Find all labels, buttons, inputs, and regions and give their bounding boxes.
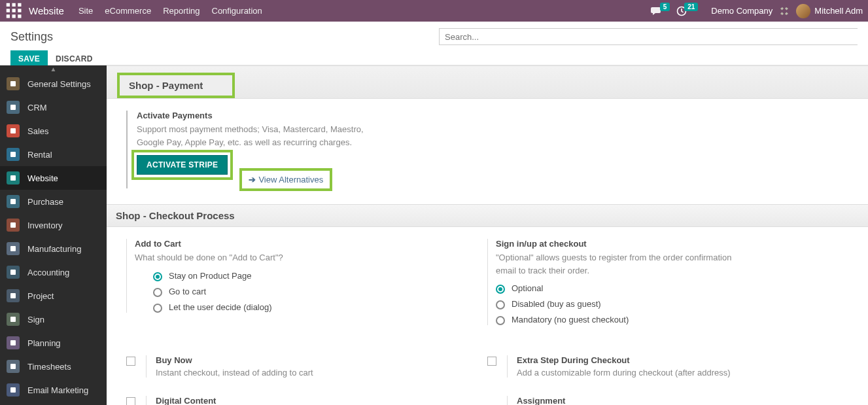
activate-payments-title: Activate Payments bbox=[137, 111, 829, 120]
svg-rect-15 bbox=[10, 199, 16, 204]
company-selector[interactable]: Demo Company bbox=[711, 6, 773, 16]
nav-ecommerce[interactable]: eCommerce bbox=[105, 6, 151, 16]
module-icon bbox=[7, 101, 20, 114]
activities-badge: 21 bbox=[684, 3, 698, 11]
buy-now-checkbox[interactable] bbox=[126, 357, 135, 366]
module-icon bbox=[7, 242, 20, 255]
radio-icon bbox=[153, 304, 162, 313]
sidebar-item-planning[interactable]: Planning bbox=[0, 331, 107, 355]
user-menu[interactable]: Mitchell Adm bbox=[796, 4, 863, 18]
module-icon bbox=[7, 195, 20, 208]
user-name: Mitchell Adm bbox=[814, 6, 863, 16]
sidebar-item-label: CRM bbox=[27, 103, 47, 113]
sidebar-item-timesheets[interactable]: Timesheets bbox=[0, 355, 107, 378]
svg-rect-22 bbox=[10, 364, 16, 369]
svg-rect-2 bbox=[18, 3, 21, 6]
discard-button[interactable]: DISCARD bbox=[56, 54, 93, 63]
signin-option[interactable]: Disabled (buy as guest) bbox=[496, 299, 829, 309]
settings-content: Shop - Payment Activate Payments Support… bbox=[107, 65, 868, 405]
sidebar-item-label: Rental bbox=[27, 150, 52, 160]
radio-icon bbox=[496, 316, 505, 325]
sidebar-item-email-marketing[interactable]: Email Marketing bbox=[0, 378, 107, 402]
svg-rect-4 bbox=[12, 9, 16, 12]
sidebar-item-purchase[interactable]: Purchase bbox=[0, 190, 107, 213]
extra-step-checkbox[interactable] bbox=[487, 357, 496, 366]
add-to-cart-title: Add to Cart bbox=[135, 239, 468, 249]
apps-icon[interactable] bbox=[5, 2, 24, 20]
svg-rect-12 bbox=[10, 128, 16, 133]
sidebar-item-label: Planning bbox=[27, 338, 61, 348]
sidebar-item-crm[interactable]: CRM bbox=[0, 96, 107, 119]
sidebar-item-label: Project bbox=[27, 291, 54, 301]
signin-checkout-desc: "Optional" allows guests to register fro… bbox=[496, 251, 738, 277]
radio-icon bbox=[153, 288, 162, 297]
buy-now-desc: Instant checkout, instead of adding to c… bbox=[156, 368, 474, 378]
sidebar-item-project[interactable]: Project bbox=[0, 284, 107, 308]
settings-sidebar: ▲ General SettingsCRMSalesRentalWebsiteP… bbox=[0, 65, 107, 405]
signin-option[interactable]: Mandatory (no guest checkout) bbox=[496, 315, 829, 325]
debug-icon[interactable] bbox=[779, 6, 790, 16]
add-to-cart-option[interactable]: Stay on Product Page bbox=[153, 271, 468, 281]
sidebar-item-general-settings[interactable]: General Settings bbox=[0, 72, 107, 96]
sidebar-item-label: Email Marketing bbox=[27, 385, 88, 395]
svg-rect-16 bbox=[10, 222, 16, 228]
svg-rect-8 bbox=[18, 14, 21, 18]
add-to-cart-option[interactable]: Let the user decide (dialog) bbox=[153, 302, 468, 313]
radio-icon bbox=[496, 285, 505, 294]
nav-configuration[interactable]: Configuration bbox=[212, 6, 262, 16]
nav-site[interactable]: Site bbox=[78, 6, 93, 16]
sidebar-item-rental[interactable]: Rental bbox=[0, 143, 107, 166]
avatar bbox=[796, 4, 810, 18]
module-icon bbox=[7, 313, 20, 326]
sidebar-item-accounting[interactable]: Accounting bbox=[0, 260, 107, 284]
chevron-up-icon[interactable]: ▲ bbox=[50, 65, 57, 73]
svg-rect-18 bbox=[10, 270, 16, 275]
add-to-cart-desc: What should be done on "Add to Cart"? bbox=[135, 251, 377, 264]
sidebar-item-label: Manufacturing bbox=[27, 244, 81, 254]
radio-icon bbox=[496, 300, 505, 309]
section-checkout-process: Shop - Checkout Process bbox=[107, 204, 868, 227]
signin-option[interactable]: Optional bbox=[496, 283, 829, 294]
activate-payments-desc: Support most payment methods; Visa, Mast… bbox=[137, 123, 379, 149]
digital-content-title: Digital Content bbox=[156, 396, 474, 405]
messages-badge: 5 bbox=[660, 3, 670, 11]
svg-rect-0 bbox=[7, 3, 10, 6]
signin-checkout-title: Sign in/up at checkout bbox=[496, 239, 829, 249]
buy-now-title: Buy Now bbox=[156, 355, 474, 365]
activate-stripe-button[interactable]: ACTIVATE STRIPE bbox=[137, 155, 228, 175]
brand[interactable]: Website bbox=[26, 5, 67, 16]
module-icon bbox=[7, 219, 20, 232]
sidebar-item-events[interactable]: Events bbox=[0, 402, 107, 405]
svg-rect-5 bbox=[18, 9, 21, 12]
svg-rect-13 bbox=[10, 152, 16, 157]
search-input[interactable] bbox=[439, 28, 858, 45]
extra-step-desc: Add a customizable form during checkout … bbox=[517, 368, 835, 378]
svg-rect-14 bbox=[10, 175, 16, 181]
page-title: Settings bbox=[10, 30, 53, 44]
nav-reporting[interactable]: Reporting bbox=[163, 6, 200, 16]
module-icon bbox=[7, 266, 20, 279]
module-icon bbox=[7, 171, 20, 185]
sidebar-item-label: Website bbox=[27, 173, 58, 183]
activities-icon[interactable]: 21 bbox=[676, 6, 698, 16]
sidebar-item-label: Inventory bbox=[27, 220, 62, 230]
sidebar-item-sign[interactable]: Sign bbox=[0, 308, 107, 331]
module-icon bbox=[7, 124, 20, 137]
messages-icon[interactable]: 5 bbox=[651, 6, 670, 16]
sidebar-item-inventory[interactable]: Inventory bbox=[0, 213, 107, 237]
view-alternatives-link[interactable]: ➔ View Alternatives bbox=[242, 171, 330, 188]
module-icon bbox=[7, 360, 20, 373]
add-to-cart-option[interactable]: Go to cart bbox=[153, 287, 468, 297]
control-bar: Settings SAVE DISCARD bbox=[0, 22, 868, 65]
sidebar-item-label: Timesheets bbox=[27, 362, 71, 372]
svg-rect-20 bbox=[10, 317, 16, 322]
sidebar-item-manufacturing[interactable]: Manufacturing bbox=[0, 237, 107, 260]
svg-rect-23 bbox=[10, 387, 16, 393]
sidebar-item-sales[interactable]: Sales bbox=[0, 119, 107, 143]
sidebar-item-website[interactable]: Website bbox=[0, 166, 107, 190]
sidebar-item-label: Sign bbox=[27, 315, 44, 325]
digital-content-checkbox[interactable] bbox=[126, 397, 135, 405]
section-shop-payment: Shop - Payment bbox=[117, 73, 235, 98]
svg-rect-21 bbox=[10, 340, 16, 345]
sidebar-item-label: Sales bbox=[27, 126, 49, 136]
